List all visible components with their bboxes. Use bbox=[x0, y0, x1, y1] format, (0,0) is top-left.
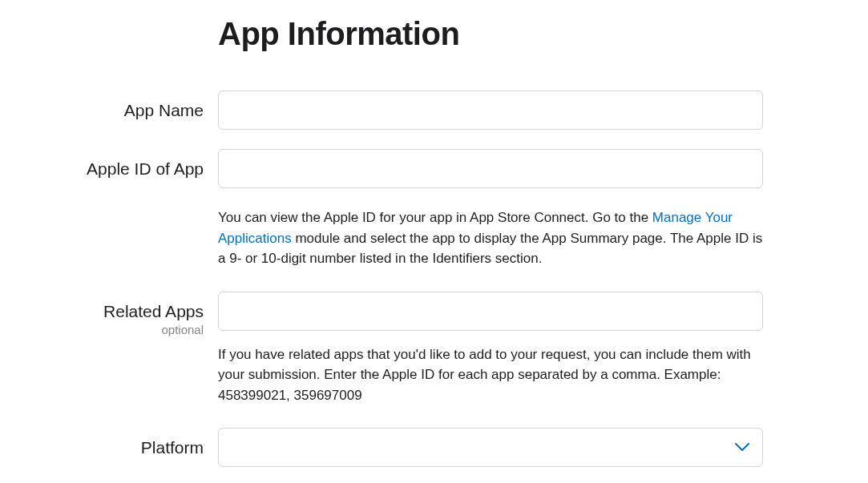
label-col-apple-id: Apple ID of App bbox=[32, 149, 218, 179]
label-col-app-name: App Name bbox=[32, 91, 218, 120]
label-col-related-apps: Related Apps optional bbox=[32, 292, 218, 336]
related-apps-label: Related Apps bbox=[103, 302, 204, 320]
related-apps-help-text: If you have related apps that you'd like… bbox=[218, 344, 763, 406]
related-apps-input[interactable] bbox=[218, 292, 763, 331]
input-col-related-apps bbox=[218, 292, 763, 331]
apple-id-label: Apple ID of App bbox=[87, 159, 204, 178]
apple-id-help-text: You can view the Apple ID for your app i… bbox=[218, 207, 763, 269]
row-related-apps: Related Apps optional bbox=[32, 292, 836, 336]
row-app-name: App Name bbox=[32, 91, 836, 130]
related-apps-help: If you have related apps that you'd like… bbox=[218, 344, 763, 406]
apple-id-help-pre: You can view the Apple ID for your app i… bbox=[218, 210, 652, 225]
input-col-app-name bbox=[218, 91, 763, 130]
apple-id-help-post: module and select the app to display the… bbox=[218, 231, 762, 267]
row-platform: Platform bbox=[32, 428, 836, 467]
label-col-platform: Platform bbox=[32, 428, 218, 457]
platform-label: Platform bbox=[141, 438, 204, 457]
platform-select-wrapper bbox=[218, 428, 763, 467]
page-title: App Information bbox=[218, 16, 836, 52]
input-col-apple-id bbox=[218, 149, 763, 188]
input-col-platform bbox=[218, 428, 763, 467]
app-information-form: App Information App Name Apple ID of App… bbox=[32, 16, 836, 467]
apple-id-help: You can view the Apple ID for your app i… bbox=[218, 207, 763, 269]
row-apple-id: Apple ID of App bbox=[32, 149, 836, 188]
platform-select[interactable] bbox=[218, 428, 763, 467]
app-name-input[interactable] bbox=[218, 91, 763, 130]
apple-id-input[interactable] bbox=[218, 149, 763, 188]
app-name-label: App Name bbox=[124, 101, 204, 119]
related-apps-optional: optional bbox=[32, 323, 204, 336]
